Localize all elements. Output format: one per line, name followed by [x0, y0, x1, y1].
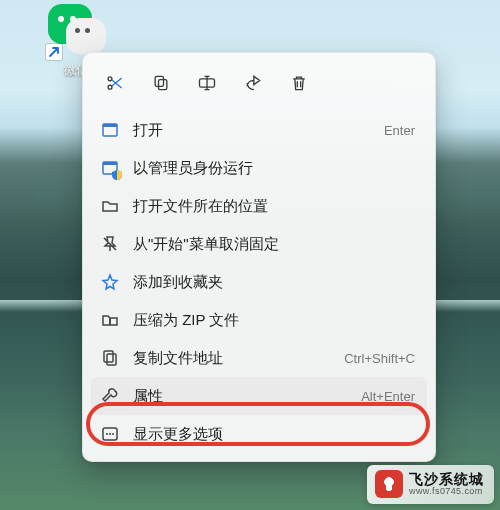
rename-button[interactable]: [187, 65, 227, 101]
watermark-title: 飞沙系统城: [409, 472, 484, 487]
context-menu: 打开 Enter 以管理员身份运行 打开文件所在的位置 从"开始"菜单取消固定 …: [82, 52, 436, 462]
more-options-icon: [101, 425, 119, 443]
wechat-icon: [48, 4, 104, 58]
menu-item-label: 打开文件所在的位置: [133, 197, 415, 216]
menu-open-file-location[interactable]: 打开文件所在的位置: [91, 187, 427, 225]
run-as-admin-icon: [101, 159, 119, 177]
svg-rect-2: [155, 76, 163, 86]
unpin-icon: [101, 235, 119, 253]
menu-item-label: 打开: [133, 121, 370, 140]
scissors-icon: [105, 73, 125, 93]
shortcut-arrow-icon: [46, 44, 62, 60]
menu-item-label: 添加到收藏夹: [133, 273, 415, 292]
menu-item-label: 以管理员身份运行: [133, 159, 415, 178]
share-icon: [243, 73, 263, 93]
wrench-icon: [101, 387, 119, 405]
menu-item-label: 从"开始"菜单取消固定: [133, 235, 415, 254]
folder-icon: [101, 197, 119, 215]
menu-show-more-options[interactable]: 显示更多选项: [91, 415, 427, 453]
menu-item-shortcut: Enter: [384, 123, 415, 138]
menu-copy-path[interactable]: 复制文件地址 Ctrl+Shift+C: [91, 339, 427, 377]
watermark-url: www.fs0745.com: [409, 487, 484, 496]
star-icon: [101, 273, 119, 291]
menu-item-label: 属性: [133, 387, 347, 406]
menu-item-label: 显示更多选项: [133, 425, 415, 444]
zip-icon: [101, 311, 119, 329]
watermark-logo-icon: [375, 470, 403, 498]
delete-button[interactable]: [279, 65, 319, 101]
copy-path-icon: [101, 349, 119, 367]
cut-button[interactable]: [95, 65, 135, 101]
svg-rect-6: [103, 124, 117, 127]
svg-rect-3: [159, 80, 167, 90]
rename-icon: [197, 73, 217, 93]
watermark: 飞沙系统城 www.fs0745.com: [367, 465, 494, 504]
open-icon: [101, 121, 119, 139]
svg-rect-10: [107, 354, 116, 365]
svg-rect-9: [104, 351, 113, 362]
copy-button[interactable]: [141, 65, 181, 101]
svg-point-14: [112, 433, 114, 435]
share-button[interactable]: [233, 65, 273, 101]
svg-point-12: [106, 433, 108, 435]
menu-add-to-favorites[interactable]: 添加到收藏夹: [91, 263, 427, 301]
menu-compress-zip[interactable]: 压缩为 ZIP 文件: [91, 301, 427, 339]
menu-item-label: 压缩为 ZIP 文件: [133, 311, 415, 330]
copy-icon: [151, 73, 171, 93]
menu-item-label: 复制文件地址: [133, 349, 330, 368]
menu-properties[interactable]: 属性 Alt+Enter: [91, 377, 427, 415]
trash-icon: [289, 73, 309, 93]
menu-run-as-admin[interactable]: 以管理员身份运行: [91, 149, 427, 187]
menu-item-shortcut: Alt+Enter: [361, 389, 415, 404]
menu-open[interactable]: 打开 Enter: [91, 111, 427, 149]
menu-unpin-from-start[interactable]: 从"开始"菜单取消固定: [91, 225, 427, 263]
svg-rect-8: [103, 162, 117, 165]
action-bar: [91, 61, 427, 111]
menu-item-shortcut: Ctrl+Shift+C: [344, 351, 415, 366]
svg-point-13: [109, 433, 111, 435]
